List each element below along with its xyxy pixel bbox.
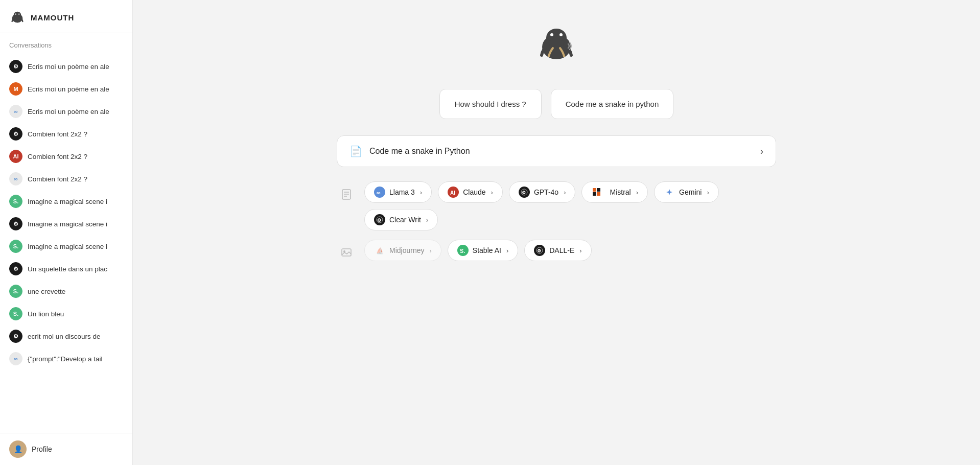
svg-text:S.: S. (460, 248, 465, 254)
midjourney-icon: ⛵ (374, 245, 385, 256)
mammoth-logo-icon (9, 9, 26, 26)
chevron-right-icon: › (420, 189, 422, 196)
llama-icon: ∞ (374, 187, 385, 198)
clearwrit-label: Clear Writ (389, 216, 421, 224)
conversation-text: Imagine a magical scene i (28, 198, 107, 205)
clearwrit-button[interactable]: ⚙Clear Writ› (364, 209, 438, 230)
svg-rect-20 (593, 188, 596, 192)
list-item[interactable]: ⚙Combien font 2x2 ? (0, 123, 132, 145)
prompt-box[interactable]: 📄 Code me a snake in Python › (337, 135, 776, 167)
mistral-icon (591, 187, 605, 198)
svg-point-4 (15, 13, 16, 14)
svg-text:⚙: ⚙ (377, 218, 381, 223)
chevron-right-icon: › (506, 247, 508, 254)
gpt4o-button[interactable]: ⚙GPT-4o› (509, 181, 576, 203)
conversation-text: une crevette (28, 288, 65, 295)
sidebar-header: MAMOUTH (0, 0, 132, 33)
conversation-text: Ecris moi un poème en ale (28, 85, 109, 93)
mascot-icon (533, 20, 579, 66)
app-title: MAMOUTH (31, 13, 74, 22)
avatar: ⚙ (9, 330, 22, 343)
claude-icon: AI (448, 187, 459, 198)
gemini-button[interactable]: Gemini› (654, 181, 719, 203)
stableai-icon: S. (457, 245, 469, 256)
avatar: ⚙ (9, 262, 22, 275)
avatar: S. (9, 240, 22, 253)
prompt-card[interactable]: Code me a snake in python (551, 89, 674, 119)
list-item[interactable]: ⚙ecrit moi un discours de (0, 325, 132, 347)
conversation-text: Combien font 2x2 ? (28, 130, 87, 138)
main-content: How should I dress ?Code me a snake in p… (133, 0, 980, 465)
list-item[interactable]: ⚙Ecris moi un poème en ale (0, 55, 132, 78)
avatar: ⚙ (9, 127, 22, 141)
profile-label: Profile (32, 445, 52, 453)
list-item[interactable]: S.une crevette (0, 280, 132, 303)
conversation-text: Un lion bleu (28, 310, 64, 318)
avatar: ⚙ (9, 217, 22, 230)
avatar: S. (9, 307, 22, 320)
chevron-right-icon: › (636, 189, 638, 196)
gpt-icon: ⚙ (374, 214, 385, 225)
prompt-cards: How should I dress ?Code me a snake in p… (439, 89, 674, 119)
sidebar: MAMOUTH Conversations ⚙Ecris moi un poèm… (0, 0, 133, 465)
mistral-button[interactable]: Mistral› (581, 181, 648, 203)
svg-point-11 (559, 33, 563, 36)
model-buttons: ∞Llama 3›AIClaude›⚙GPT-4o›Mistral›Gemini… (364, 181, 776, 230)
conversation-text: Un squelette dans un plac (28, 265, 107, 273)
conversation-text: {"prompt":"Develop a tail (28, 355, 102, 363)
chevron-right-icon: › (564, 189, 566, 196)
avatar: ∞ (9, 352, 22, 365)
avatar: ⚙ (9, 60, 22, 73)
conversation-text: Imagine a magical scene i (28, 220, 107, 228)
chevron-right-icon: › (707, 189, 709, 196)
dalle-label: DALL-E (549, 246, 574, 254)
dalle-button[interactable]: ⚙DALL-E› (524, 240, 591, 261)
svg-text:∞: ∞ (377, 190, 381, 196)
chevron-right-icon: › (579, 247, 581, 254)
models-section: ∞Llama 3›AIClaude›⚙GPT-4o›Mistral›Gemini… (337, 181, 776, 262)
mascot-container (533, 20, 579, 68)
prompt-box-arrow-icon: › (760, 146, 763, 157)
claude-label: Claude (463, 188, 485, 196)
list-item[interactable]: ∞Combien font 2x2 ? (0, 168, 132, 190)
list-item[interactable]: ⚙Imagine a magical scene i (0, 213, 132, 235)
gemini-label: Gemini (679, 188, 702, 196)
stableai-button[interactable]: S.Stable AI› (448, 240, 518, 261)
model-row-icon (337, 243, 356, 262)
conversation-text: Imagine a magical scene i (28, 243, 107, 250)
list-item[interactable]: MEcris moi un poème en ale (0, 78, 132, 100)
model-buttons: ⛵Midjourney›S.Stable AI›⚙DALL-E› (364, 240, 592, 261)
midjourney-button: ⛵Midjourney› (364, 240, 441, 261)
svg-rect-21 (597, 188, 600, 192)
avatar: ∞ (9, 172, 22, 185)
list-item[interactable]: ⚙Un squelette dans un plac (0, 258, 132, 280)
svg-rect-23 (597, 192, 600, 196)
prompt-card[interactable]: How should I dress ? (439, 89, 542, 119)
mistral-label: Mistral (610, 188, 631, 196)
gemini-icon (664, 187, 675, 198)
llama3-button[interactable]: ∞Llama 3› (364, 181, 432, 203)
conversations-label: Conversations (0, 33, 132, 53)
prompt-doc-icon: 📄 (349, 145, 362, 157)
llama3-label: Llama 3 (389, 188, 415, 196)
list-item[interactable]: S.Un lion bleu (0, 303, 132, 325)
avatar: M (9, 82, 22, 96)
svg-point-5 (18, 13, 19, 14)
model-row: ∞Llama 3›AIClaude›⚙GPT-4o›Mistral›Gemini… (337, 181, 776, 230)
profile-section[interactable]: 👤 Profile (0, 433, 132, 465)
stableai-label: Stable AI (473, 246, 501, 254)
list-item[interactable]: AICombien font 2x2 ? (0, 145, 132, 168)
list-item[interactable]: ∞{"prompt":"Develop a tail (0, 347, 132, 370)
list-item[interactable]: S.Imagine a magical scene i (0, 190, 132, 213)
svg-text:⚙: ⚙ (522, 190, 526, 195)
gpt-icon: ⚙ (519, 187, 530, 198)
claude-button[interactable]: AIClaude› (438, 181, 503, 203)
list-item[interactable]: S.Imagine a magical scene i (0, 235, 132, 258)
chevron-right-icon: › (429, 247, 431, 254)
list-item[interactable]: ∞Ecris moi un poème en ale (0, 100, 132, 123)
svg-text:⚙: ⚙ (537, 248, 541, 253)
conversation-text: Combien font 2x2 ? (28, 153, 87, 160)
avatar: S. (9, 195, 22, 208)
avatar: S. (9, 285, 22, 298)
svg-rect-22 (593, 192, 596, 196)
